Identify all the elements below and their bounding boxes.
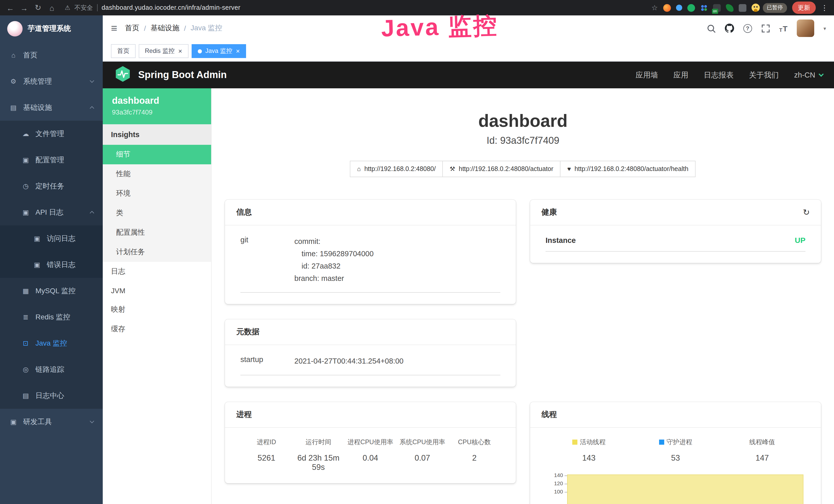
tab-redis[interactable]: Redis 监控 ×: [139, 44, 188, 58]
sba-item-performance[interactable]: 性能: [103, 164, 211, 184]
history-icon[interactable]: ↺: [803, 207, 810, 217]
media-control-chip[interactable]: 已暂停: [751, 3, 787, 13]
font-size-icon[interactable]: T T: [779, 24, 788, 32]
legend-swatch-blue: [659, 439, 664, 445]
sidebar-item-home[interactable]: ⌂ 首页: [0, 42, 103, 68]
sidebar-item-java[interactable]: ⊡ Java 监控: [0, 330, 103, 357]
link-health-url[interactable]: ♥ http://192.168.0.2:48080/actuator/heal…: [560, 161, 696, 177]
process-card-header: 进程: [225, 402, 516, 428]
link-root-url[interactable]: ⌂ http://192.168.0.2:48080/: [350, 161, 443, 177]
breadcrumb-home[interactable]: 首页: [125, 24, 139, 33]
fullscreen-icon[interactable]: [761, 24, 770, 32]
link-actuator-url[interactable]: ⚒ http://192.168.0.2:48080/actuator: [442, 161, 561, 177]
sidebar-item-redis[interactable]: ≣ Redis 监控: [0, 304, 103, 330]
extensions-puzzle-icon[interactable]: [739, 4, 746, 12]
extension-green-icon[interactable]: [687, 4, 695, 12]
sba-item-environment[interactable]: 环境: [103, 184, 211, 203]
app-logo-row[interactable]: 芋道管理系统: [0, 16, 103, 42]
process-card: 进程 进程ID 5261 运行时间: [225, 402, 516, 483]
sba-item-jvm[interactable]: JVM: [103, 281, 211, 300]
metric-label: 系统CPU使用率: [396, 438, 448, 446]
avatar-caret-icon[interactable]: ▾: [824, 25, 826, 31]
extension-fox-icon[interactable]: [663, 4, 671, 12]
document-icon: ▣: [33, 235, 41, 243]
extension-switch-icon[interactable]: on: [713, 4, 721, 12]
extension-pin-icon[interactable]: [676, 5, 682, 11]
sba-item-config-props[interactable]: 配置属性: [103, 223, 211, 243]
sba-brand[interactable]: Spring Boot Admin: [138, 69, 227, 81]
chart-plot-area: [567, 472, 806, 504]
emoji-face-icon[interactable]: [751, 4, 760, 12]
tab-java[interactable]: Java 监控 ×: [191, 44, 246, 58]
close-icon[interactable]: ×: [178, 48, 182, 54]
browser-home-icon[interactable]: ⌂: [48, 3, 56, 12]
metadata-card-body: startup 2021-04-27T00:44:31.254+08:00: [225, 345, 516, 386]
sidebar-item-trace[interactable]: ◎ 链路追踪: [0, 357, 103, 383]
browser-menu-icon[interactable]: ⋮: [821, 4, 828, 12]
info-card-body: git commit: time: 1596289704000 id: 27aa…: [225, 225, 516, 304]
sidebar-item-label: 链路追踪: [36, 365, 64, 374]
sidebar-item-dev-tools[interactable]: ▣ 研发工具: [0, 409, 103, 435]
sidebar-item-file[interactable]: ☁ 文件管理: [0, 121, 103, 147]
address-bar[interactable]: ⚠ 不安全 dashboard.yudao.iocoder.cn/infra/a…: [65, 3, 240, 12]
sba-logo-icon[interactable]: [114, 65, 132, 85]
close-icon[interactable]: ×: [236, 48, 240, 54]
sidebar-item-access-log[interactable]: ▣ 访问日志: [0, 225, 103, 252]
extension-leaf-icon[interactable]: [726, 4, 733, 12]
sba-nav-journal[interactable]: 日志报表: [704, 70, 733, 80]
health-card: 健康 ↺ Instance UP: [530, 200, 821, 263]
info-card: 信息 git commit: time: 1596289704000 id: 2: [225, 200, 516, 304]
sidebar-item-infra[interactable]: ▤ 基础设施: [0, 94, 103, 121]
health-instance-row[interactable]: Instance UP: [546, 236, 806, 252]
breadcrumb-infra[interactable]: 基础设施: [151, 24, 179, 33]
search-icon[interactable]: [707, 24, 715, 32]
sba-item-caches[interactable]: 缓存: [103, 319, 211, 339]
clock-icon: ◷: [22, 182, 30, 190]
metric-pid: 进程ID 5261: [240, 438, 292, 472]
threads-card-header: 线程: [530, 402, 821, 428]
app-sidebar: 芋道管理系统 ⌂ 首页 ⚙ 系统管理 ▤ 基础设施 ☁: [0, 16, 103, 504]
browser-forward-icon[interactable]: →: [20, 3, 28, 12]
tab-home[interactable]: 首页: [111, 44, 136, 58]
sba-item-details[interactable]: 细节: [103, 145, 211, 164]
help-icon[interactable]: ?: [743, 24, 752, 32]
metadata-value: 2021-04-27T00:44:31.254+08:00: [294, 355, 500, 367]
sidebar-item-label: 文件管理: [36, 129, 64, 138]
user-avatar[interactable]: [797, 20, 814, 37]
sba-item-logs[interactable]: 日志: [103, 262, 211, 281]
sidebar-item-log-center[interactable]: ▤ 日志中心: [0, 383, 103, 409]
sidebar-item-mysql[interactable]: ▦ MySQL 监控: [0, 278, 103, 304]
url-text[interactable]: dashboard.yudao.iocoder.cn/infra/admin-s…: [102, 4, 241, 11]
hamburger-icon[interactable]: ≡: [111, 22, 117, 35]
tabbar: 首页 Redis 监控 × Java 监控 ×: [103, 41, 834, 62]
app-title: 芋道管理系统: [28, 24, 71, 33]
extension-grid-icon[interactable]: [700, 4, 708, 12]
sidebar-item-job[interactable]: ◷ 定时任务: [0, 173, 103, 199]
sba-nav: 应用墙 应用 日志报表 关于我们 zh-CN: [636, 70, 823, 80]
cloud-icon: ☁: [22, 130, 30, 138]
security-warning-label[interactable]: 不安全: [74, 3, 93, 12]
browser-back-icon[interactable]: ←: [6, 3, 14, 12]
chart-y-axis: 140 120 100: [546, 472, 567, 504]
sba-item-classes[interactable]: 类: [103, 203, 211, 223]
sidebar-item-api-log[interactable]: ▣ API 日志: [0, 199, 103, 225]
sidebar-item-system[interactable]: ⚙ 系统管理: [0, 68, 103, 94]
sba-sidebar: dashboard 93a3fc7f7409 Insights 细节 性能 环境…: [103, 88, 212, 504]
paused-badge: 已暂停: [763, 3, 787, 13]
sba-item-mappings[interactable]: 映射: [103, 300, 211, 319]
sba-nav-applications[interactable]: 应用: [674, 70, 688, 80]
sba-nav-about[interactable]: 关于我们: [749, 70, 779, 80]
sba-locale-select[interactable]: zh-CN: [794, 71, 823, 79]
sidebar-item-config[interactable]: ▣ 配置管理: [0, 147, 103, 173]
sba-nav-wallboard[interactable]: 应用墙: [636, 70, 658, 80]
sidebar-item-error-log[interactable]: ▣ 错误日志: [0, 252, 103, 278]
sba-item-scheduled[interactable]: 计划任务: [103, 243, 211, 262]
bookmark-star-icon[interactable]: ☆: [651, 4, 658, 12]
update-button[interactable]: 更新: [792, 2, 816, 14]
sba-group-label: Insights: [103, 124, 211, 145]
browser-reload-icon[interactable]: ↻: [34, 3, 42, 12]
legend-value: 147: [719, 453, 806, 462]
sba-instance-header[interactable]: dashboard 93a3fc7f7409: [103, 88, 211, 124]
github-icon[interactable]: [725, 24, 734, 33]
metric-value: 0.04: [345, 453, 396, 462]
